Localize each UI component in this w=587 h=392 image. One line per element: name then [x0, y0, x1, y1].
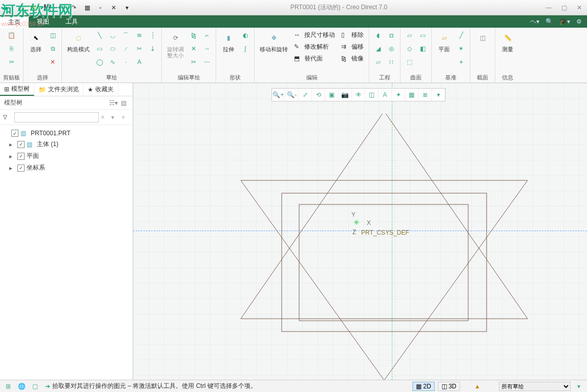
filter-icon[interactable]: ∇: [3, 114, 12, 121]
search-dropdown-icon[interactable]: ▾: [111, 114, 119, 121]
offset-button[interactable]: ⇉偏移: [339, 42, 366, 52]
status-more-icon[interactable]: ▾: [574, 382, 584, 391]
mirror-sk-icon[interactable]: ⧎: [188, 30, 199, 41]
select-box-icon[interactable]: ◫: [47, 30, 58, 41]
display-style-icon[interactable]: ▣: [325, 89, 339, 101]
mode-3d-button[interactable]: ◫3D: [438, 382, 460, 391]
checkbox-icon[interactable]: ✓: [11, 130, 18, 137]
zoom-fit-icon[interactable]: ⤢: [299, 89, 312, 101]
point-icon[interactable]: ·: [120, 56, 132, 68]
save-icon[interactable]: 💾: [41, 3, 53, 13]
project-icon[interactable]: ⤓: [147, 43, 158, 54]
line-icon[interactable]: ╲: [94, 30, 105, 41]
point3d-icon[interactable]: ✶: [455, 43, 467, 54]
delete-seg-icon[interactable]: ✂: [188, 56, 199, 68]
fillet-icon[interactable]: ⌒: [120, 30, 132, 41]
saved-view-icon[interactable]: 📷: [339, 89, 352, 101]
select-chain-icon[interactable]: ⧉: [47, 43, 58, 54]
circle-icon[interactable]: ◯: [94, 56, 105, 68]
expand-icon[interactable]: ▸: [9, 153, 15, 160]
move-rotate-button[interactable]: ✥ 移动和旋转: [258, 30, 290, 53]
ribbon-help-icon[interactable]: ヘ▾: [530, 17, 539, 26]
mirror-button[interactable]: ⧎镜像: [339, 53, 366, 64]
new-icon[interactable]: ▭: [15, 3, 26, 13]
datum-display-icon[interactable]: ◫: [365, 89, 379, 101]
hole-icon[interactable]: ◎: [386, 43, 397, 54]
move-by-dim-button[interactable]: ↔按尺寸移动: [292, 30, 337, 40]
user-icon[interactable]: 🎓▾: [559, 18, 570, 25]
tab-home[interactable]: 主页: [0, 15, 29, 28]
status-tree-icon[interactable]: ⊞: [3, 382, 13, 391]
mode-2d-button[interactable]: ▦2D: [412, 382, 434, 391]
maximize-button[interactable]: ▢: [556, 2, 572, 14]
tree-plane[interactable]: ▸ ✓ 平面: [2, 150, 131, 162]
arc-icon[interactable]: ◡: [107, 30, 118, 41]
csys-icon[interactable]: ⌖: [455, 56, 467, 68]
close-doc-icon[interactable]: ✕: [108, 3, 119, 13]
selection-filter-dropdown[interactable]: 所有草绘: [499, 382, 571, 391]
copy-icon[interactable]: ⎘: [6, 43, 17, 54]
surf3-icon[interactable]: ⬚: [404, 56, 415, 68]
checkbox-icon[interactable]: ✓: [17, 141, 25, 148]
search-icon[interactable]: 🔍: [546, 18, 553, 25]
cut-icon[interactable]: ✂: [6, 56, 17, 68]
shell-icon[interactable]: ◘: [386, 30, 397, 41]
perspective-icon[interactable]: ▦: [405, 89, 418, 101]
trim-icon[interactable]: ✂: [134, 43, 145, 54]
sweep-icon[interactable]: ∫: [240, 43, 251, 54]
spline-icon[interactable]: ∿: [107, 56, 118, 68]
checkbox-icon[interactable]: ✓: [17, 153, 25, 160]
section-button[interactable]: ◫: [473, 30, 492, 53]
offset-sketch-icon[interactable]: ≋: [134, 30, 145, 41]
checkbox-icon[interactable]: ✓: [17, 164, 25, 172]
text-icon[interactable]: A: [134, 56, 145, 68]
tab-tools[interactable]: 工具: [57, 15, 86, 28]
revolve-icon[interactable]: ◐: [240, 30, 251, 41]
tree-root[interactable]: ✓ ▥ PRT0001.PRT: [2, 128, 131, 138]
measure-button[interactable]: 📏 测量: [498, 30, 517, 53]
view-manager-icon[interactable]: 👁: [352, 89, 365, 101]
tree-show-icon[interactable]: ▤: [118, 98, 129, 108]
tab-view[interactable]: 视图: [29, 15, 57, 28]
rotate-resize-button[interactable]: ⟳ 旋转调 整大小: [165, 30, 186, 59]
minimize-button[interactable]: —: [541, 2, 556, 14]
corner-icon[interactable]: ⌐: [201, 30, 213, 41]
chamfer-icon[interactable]: ⟋: [120, 43, 132, 54]
layers-icon[interactable]: ≣: [418, 89, 432, 101]
status-box-icon[interactable]: ▢: [30, 382, 40, 391]
surf5-icon[interactable]: ◧: [417, 43, 428, 54]
replace-face-button[interactable]: ⬒替代面: [292, 53, 337, 64]
pattern-sk-icon[interactable]: ⋯: [201, 56, 213, 68]
draft-icon[interactable]: ▱: [372, 56, 384, 68]
axis-icon[interactable]: ╱: [455, 30, 467, 41]
tree-search-input[interactable]: [14, 112, 99, 122]
close-button[interactable]: ✕: [572, 2, 587, 14]
chamfer3d-icon[interactable]: ◢: [372, 43, 384, 54]
clear-search-icon[interactable]: ×: [101, 114, 109, 121]
refit-icon[interactable]: ⟲: [312, 89, 325, 101]
expand-icon[interactable]: ▸: [9, 141, 15, 148]
select-button[interactable]: ⬉ 选择: [27, 30, 45, 53]
tree-body[interactable]: ▸ ✓ ▧ 主体 (1): [2, 138, 131, 150]
centerline-icon[interactable]: ┊: [147, 30, 158, 41]
status-web-icon[interactable]: 🌐: [16, 382, 27, 391]
tab-model-tree[interactable]: ⊞模型树: [0, 83, 34, 96]
regen-icon[interactable]: ▦: [81, 3, 93, 13]
construct-mode-button[interactable]: ◌ 构造模式: [65, 30, 92, 53]
tab-folder-browser[interactable]: 📁文件夹浏览: [34, 83, 83, 96]
extrude-button[interactable]: ▮ 拉伸: [219, 30, 238, 53]
zoom-in-icon[interactable]: 🔍+: [272, 89, 285, 101]
status-filter-icon[interactable]: ▲: [472, 382, 483, 391]
expand-icon[interactable]: [3, 130, 9, 137]
tab-favorites[interactable]: ★收藏夹: [83, 83, 118, 96]
annotation-icon[interactable]: A: [379, 89, 392, 101]
remove-button[interactable]: ▯移除: [339, 30, 366, 40]
round-icon[interactable]: ◖: [372, 30, 384, 41]
gear-icon[interactable]: ⚙: [576, 18, 582, 25]
select-clear-icon[interactable]: ✕: [47, 56, 58, 68]
extend-icon[interactable]: →: [201, 43, 213, 54]
undo-icon[interactable]: ↶: [55, 3, 66, 13]
modify-analytic-button[interactable]: ✎修改解析: [292, 42, 337, 52]
expand-icon[interactable]: ▸: [9, 164, 15, 172]
view-dropdown-icon[interactable]: ▾: [432, 89, 445, 101]
